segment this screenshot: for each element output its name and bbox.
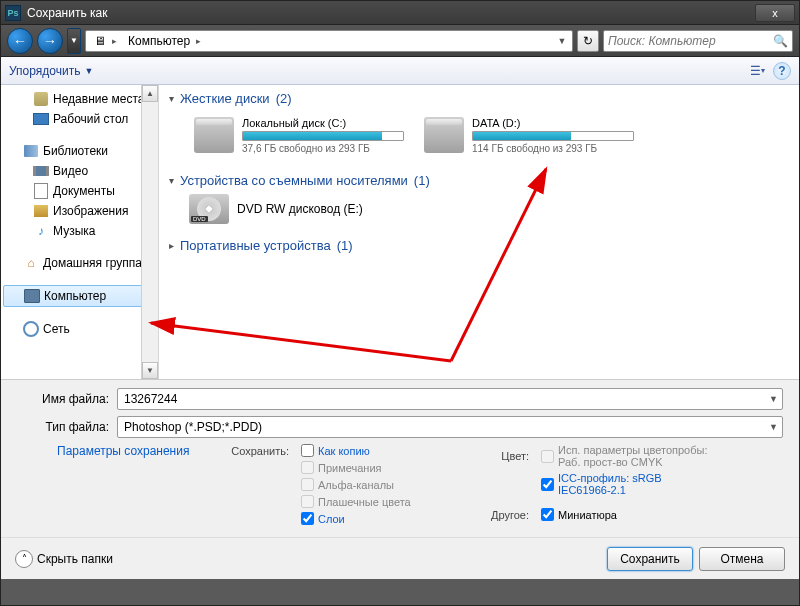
sidebar: Недавние места Рабочий стол Библиотеки В…	[1, 85, 159, 379]
sidebar-item-network[interactable]: Сеть	[1, 319, 158, 339]
libraries-icon	[23, 143, 39, 159]
computer-icon[interactable]: 🖥 ▸	[90, 34, 124, 48]
alpha-checkbox	[301, 478, 314, 491]
search-box[interactable]: 🔍	[603, 30, 793, 52]
filename-label: Имя файла:	[17, 392, 117, 406]
scroll-up[interactable]: ▲	[142, 85, 158, 102]
save-label: Сохранить:	[217, 445, 297, 457]
cmyk-checkbox	[541, 450, 554, 463]
as-copy-checkbox[interactable]	[301, 444, 314, 457]
nav-bar: ← → ▼ 🖥 ▸ Компьютер ▸ ▼ ↻ 🔍	[1, 25, 799, 57]
drive-stat: 37,6 ГБ свободно из 293 ГБ	[242, 143, 404, 154]
view-button[interactable]: ☰▾	[745, 61, 769, 81]
layers-label[interactable]: Слои	[318, 513, 345, 525]
collapse-icon: ▾	[169, 175, 174, 186]
chevron-down-icon[interactable]: ▼	[769, 422, 778, 432]
group-portable[interactable]: ▸Портативные устройства (1)	[169, 238, 789, 253]
scroll-down[interactable]: ▼	[142, 362, 158, 379]
close-button[interactable]: x	[755, 4, 795, 22]
drive-d[interactable]: DATA (D:) 114 ГБ свободно из 293 ГБ	[419, 112, 639, 159]
cmyk-label: Исп. параметры цветопробы: Раб. прост-во…	[558, 444, 708, 468]
app-icon: Ps	[5, 5, 21, 21]
refresh-button[interactable]: ↻	[577, 30, 599, 52]
toolbar: Упорядочить ▼ ☰▾ ?	[1, 57, 799, 85]
drive-stat: 114 ГБ свободно из 293 ГБ	[472, 143, 634, 154]
sidebar-item-homegroup[interactable]: ⌂Домашняя группа	[1, 253, 158, 273]
drive-name: DVD RW дисковод (E:)	[237, 202, 363, 216]
filetype-field[interactable]: Photoshop (*.PSD;*.PDD)▼	[117, 416, 783, 438]
icc-checkbox[interactable]	[541, 478, 554, 491]
video-icon	[33, 163, 49, 179]
capacity-bar	[242, 131, 404, 141]
homegroup-icon: ⌂	[23, 255, 39, 271]
spot-checkbox	[301, 495, 314, 508]
capacity-bar	[472, 131, 634, 141]
chevron-up-icon: ˄	[15, 550, 33, 568]
address-dropdown[interactable]: ▼	[556, 36, 568, 46]
sidebar-item-libraries[interactable]: Библиотеки	[1, 141, 158, 161]
thumb-label: Миниатюра	[558, 509, 617, 521]
back-button[interactable]: ←	[7, 28, 33, 54]
group-removable[interactable]: ▾Устройства со съемными носителями (1)	[169, 173, 789, 188]
organize-menu[interactable]: Упорядочить ▼	[9, 64, 93, 78]
collapse-icon: ▾	[169, 93, 174, 104]
history-dropdown[interactable]: ▼	[67, 28, 81, 54]
breadcrumb-computer[interactable]: Компьютер ▸	[124, 34, 208, 48]
notes-label: Примечания	[318, 462, 382, 474]
sidebar-item-documents[interactable]: Документы	[1, 181, 158, 201]
hide-folders-button[interactable]: ˄Скрыть папки	[15, 550, 113, 568]
content-pane: ▾Жесткие диски (2) Локальный диск (C:) 3…	[159, 85, 799, 379]
sidebar-item-computer[interactable]: Компьютер	[3, 285, 156, 307]
sidebar-item-images[interactable]: Изображения	[1, 201, 158, 221]
spot-label: Плашечные цвета	[318, 496, 411, 508]
save-button[interactable]: Сохранить	[607, 547, 693, 571]
help-button[interactable]: ?	[773, 62, 791, 80]
hdd-icon	[194, 117, 234, 153]
recent-icon	[33, 91, 49, 107]
search-input[interactable]	[608, 34, 773, 48]
sidebar-item-music[interactable]: ♪Музыка	[1, 221, 158, 241]
sidebar-item-desktop[interactable]: Рабочий стол	[1, 109, 158, 129]
forward-button[interactable]: →	[37, 28, 63, 54]
drive-c[interactable]: Локальный диск (C:) 37,6 ГБ свободно из …	[189, 112, 409, 159]
hdd-icon	[424, 117, 464, 153]
chevron-down-icon[interactable]: ▼	[769, 394, 778, 404]
drive-dvd[interactable]: DVD DVD RW дисковод (E:)	[169, 194, 789, 224]
window-title: Сохранить как	[27, 6, 755, 20]
drive-name: Локальный диск (C:)	[242, 117, 404, 129]
filename-field[interactable]: 13267244▼	[117, 388, 783, 410]
drive-name: DATA (D:)	[472, 117, 634, 129]
address-bar[interactable]: 🖥 ▸ Компьютер ▸ ▼	[85, 30, 573, 52]
cancel-button[interactable]: Отмена	[699, 547, 785, 571]
expand-icon: ▸	[169, 240, 174, 251]
music-icon: ♪	[33, 223, 49, 239]
layers-checkbox[interactable]	[301, 512, 314, 525]
color-label: Цвет:	[457, 450, 537, 462]
search-icon: 🔍	[773, 34, 788, 48]
desktop-icon	[33, 111, 49, 127]
notes-checkbox	[301, 461, 314, 474]
alpha-label: Альфа-каналы	[318, 479, 394, 491]
images-icon	[33, 203, 49, 219]
sidebar-item-recent[interactable]: Недавние места	[1, 89, 158, 109]
network-icon	[23, 321, 39, 337]
sidebar-item-video[interactable]: Видео	[1, 161, 158, 181]
filetype-label: Тип файла:	[17, 420, 117, 434]
as-copy-label[interactable]: Как копию	[318, 445, 370, 457]
thumb-checkbox[interactable]	[541, 508, 554, 521]
footer: ˄Скрыть папки Сохранить Отмена	[1, 537, 799, 579]
group-hdd[interactable]: ▾Жесткие диски (2)	[169, 91, 789, 106]
computer-icon	[24, 288, 40, 304]
dvd-icon: DVD	[189, 194, 229, 224]
titlebar: Ps Сохранить как x	[1, 1, 799, 25]
documents-icon	[33, 183, 49, 199]
save-options-link[interactable]: Параметры сохранения	[57, 444, 189, 458]
other-label: Другое:	[457, 509, 537, 521]
sidebar-scrollbar[interactable]: ▲ ▼	[141, 85, 158, 379]
icc-label[interactable]: ICC-профиль: sRGB IEC61966-2.1	[558, 472, 708, 496]
bottom-panel: Имя файла: 13267244▼ Тип файла: Photosho…	[1, 379, 799, 537]
